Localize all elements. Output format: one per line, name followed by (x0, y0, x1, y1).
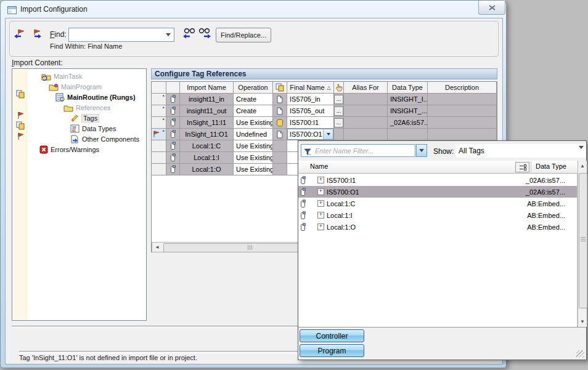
browse-button[interactable]: ... (334, 118, 343, 127)
close-button[interactable] (478, 1, 505, 15)
previous-flag-button[interactable] (12, 27, 27, 41)
scroll-down-button[interactable]: ▼ (578, 317, 587, 326)
import-name-cell[interactable]: Local:1:O (180, 164, 234, 175)
final-name-cell[interactable]: IS5700:I1 (287, 117, 334, 129)
grid-header-final-name[interactable]: Final Name △ (287, 82, 334, 94)
operation-cell[interactable]: Use Existing (234, 117, 273, 129)
operation-cell[interactable]: Create (234, 105, 273, 117)
name-filter-input[interactable] (314, 146, 414, 155)
final-name-cell[interactable]: IS5705_out (287, 105, 334, 117)
data-type-cell[interactable] (388, 129, 428, 140)
controller-button[interactable]: Controller (300, 329, 364, 342)
scrollbar-thumb[interactable] (579, 173, 587, 308)
tag-list-item-selected[interactable]: + IS5700:O1 _02A6:is57... (298, 186, 578, 198)
row-selector[interactable] (152, 152, 166, 164)
browse-button[interactable]: ... (334, 95, 343, 104)
find-next-button[interactable] (198, 26, 213, 40)
browse-button[interactable]: ... (334, 107, 343, 116)
alias-for-cell[interactable] (344, 117, 388, 129)
import-name-cell[interactable]: insight11_in (180, 94, 234, 105)
find-dropdown-button[interactable] (164, 28, 173, 41)
title-bar[interactable]: Import Configuration (1, 1, 506, 18)
import-name-cell[interactable]: InSight_11:O1 (180, 129, 234, 140)
expand-icon[interactable]: + (317, 212, 324, 219)
operation-cell[interactable]: Use Existing (234, 152, 273, 164)
tag-list-item[interactable]: + Local:1:C AB:Embed... (298, 198, 578, 209)
import-name-cell[interactable]: InSight_11:I1 (180, 117, 234, 129)
final-name-dropdown-button[interactable] (323, 129, 333, 139)
filter-dropdown-button[interactable] (416, 144, 427, 157)
row-selector[interactable] (152, 140, 166, 152)
row-selector[interactable]: * (152, 105, 166, 117)
final-name-cell[interactable]: IS5705_in (287, 94, 334, 105)
grid-header-alias-for[interactable]: Alias For (344, 82, 388, 94)
alias-for-cell[interactable] (344, 105, 388, 117)
description-cell[interactable] (428, 117, 497, 129)
expand-icon[interactable]: + (317, 200, 324, 207)
alias-for-cell[interactable] (344, 94, 388, 105)
find-replace-button[interactable]: Find/Replace... (216, 28, 271, 42)
data-type-cell[interactable]: _02A6:is57... (388, 117, 428, 129)
operation-cell[interactable]: Undefined (234, 129, 273, 140)
expand-icon[interactable]: + (317, 188, 324, 195)
tree-item-mainprogram[interactable]: MainProgram (48, 82, 102, 92)
data-type-cell[interactable]: INSIGHT_... (388, 105, 428, 117)
name-column-header[interactable]: Name (310, 163, 328, 170)
tag-list-scrollbar[interactable]: ▲ ▼ (578, 161, 587, 327)
tree-item-references[interactable]: References (63, 103, 110, 113)
grid-header-source-icon[interactable] (273, 82, 287, 94)
final-name-cell-editing[interactable]: IS5700:O1 (287, 129, 334, 140)
tree-item-tags[interactable]: Tags (70, 113, 99, 123)
expand-icon[interactable]: + (317, 177, 324, 183)
tree-item-maintask[interactable]: MainTask (41, 71, 82, 81)
name-filter-field[interactable] (301, 144, 415, 157)
tag-icon (170, 165, 176, 174)
operation-cell[interactable]: Use Existing (234, 140, 273, 152)
find-input[interactable] (70, 29, 163, 41)
tag-list-item[interactable]: + Local:1:O AB:Embed... (298, 221, 578, 233)
description-cell[interactable] (428, 129, 497, 140)
tree-item-other-components[interactable]: Other Components (70, 134, 139, 144)
next-flag-button[interactable] (28, 27, 43, 41)
scroll-left-button[interactable]: ◄ (152, 243, 162, 252)
tree-item-data-types[interactable]: 10 01 Data Types (70, 124, 116, 134)
import-name-cell[interactable]: Local:1:C (180, 140, 234, 152)
description-cell[interactable] (428, 105, 497, 117)
row-selector-current[interactable]: * (152, 129, 166, 140)
column-divider[interactable] (531, 161, 531, 172)
alias-for-cell[interactable] (344, 129, 388, 140)
filter-funnel-icon (304, 147, 312, 158)
show-dropdown-button[interactable] (579, 149, 584, 158)
operation-cell[interactable]: Use Existing (234, 164, 273, 175)
resize-grip[interactable] (576, 350, 584, 358)
import-name-cell[interactable]: Local:1:I (180, 152, 234, 164)
grid-header-browse[interactable] (334, 82, 344, 94)
row-selector[interactable]: * (152, 117, 166, 129)
tag-list-item[interactable]: + IS5700:I1 _02A6:is57... (298, 174, 578, 186)
grid-header-import-name[interactable]: Import Name (180, 82, 234, 94)
find-combobox[interactable] (68, 28, 174, 42)
data-type-cell[interactable]: INSIGHT_I... (388, 94, 428, 105)
description-cell[interactable] (428, 94, 497, 105)
final-name-combobox[interactable]: IS5700:O1 (287, 129, 333, 140)
tree-item-errors-warnings[interactable]: Errors/Warnings (39, 145, 99, 155)
find-previous-button[interactable] (181, 26, 196, 40)
tag-list-item[interactable]: + Local:1:I AB:Embed... (298, 209, 578, 221)
operation-cell[interactable]: Create (234, 94, 273, 105)
dialog-title: Import Configuration (20, 5, 88, 14)
scroll-up-button[interactable]: ▲ (578, 161, 587, 171)
row-selector[interactable] (152, 164, 166, 175)
datatype-column-header[interactable]: Data Type (536, 163, 566, 170)
tag-icon (170, 130, 176, 139)
expand-icon[interactable]: + (317, 223, 324, 230)
grid-header-data-type[interactable]: Data Type (388, 82, 428, 94)
row-selector[interactable]: * (152, 94, 166, 105)
svg-text:01: 01 (72, 129, 76, 132)
program-button[interactable]: Program (300, 344, 364, 357)
grid-header-description[interactable]: Description (428, 82, 497, 94)
tree-item-mainroutine[interactable]: 1 MainRoutine (Rungs) (55, 92, 136, 102)
show-combobox[interactable]: All Tags (455, 144, 586, 158)
column-options-button[interactable] (515, 162, 529, 172)
grid-header-operation[interactable]: Operation (234, 82, 273, 94)
import-name-cell[interactable]: insight11_out (180, 105, 234, 117)
